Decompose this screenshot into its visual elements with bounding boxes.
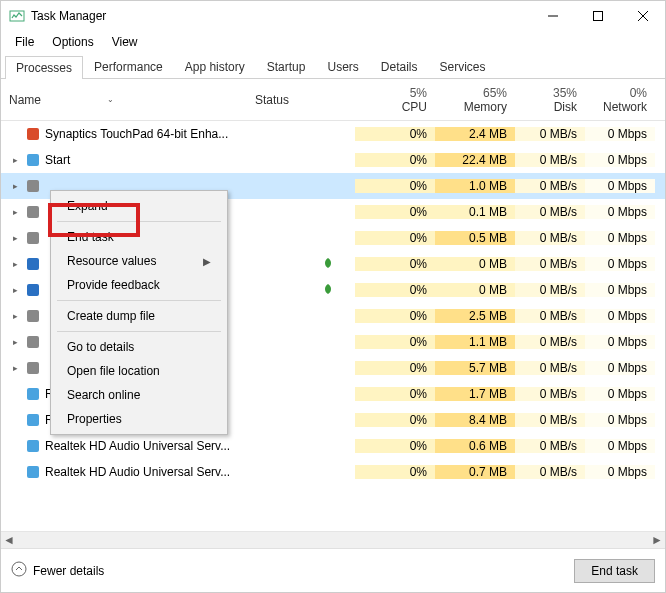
tab-app-history[interactable]: App history <box>174 55 256 78</box>
tab-startup[interactable]: Startup <box>256 55 317 78</box>
col-header-network[interactable]: 0% Network <box>585 82 655 118</box>
tab-details[interactable]: Details <box>370 55 429 78</box>
svg-rect-18 <box>27 466 39 478</box>
cpu-cell: 0% <box>355 335 435 349</box>
svg-rect-7 <box>27 180 39 192</box>
horizontal-scrollbar[interactable]: ◄ ► <box>1 531 665 548</box>
close-button[interactable] <box>620 1 665 31</box>
process-name-cell: ▸Start <box>1 152 247 168</box>
col-header-disk[interactable]: 35% Disk <box>515 82 585 118</box>
ctx-properties[interactable]: Properties <box>53 407 225 431</box>
disk-cell: 0 MB/s <box>515 179 585 193</box>
cpu-cell: 0% <box>355 153 435 167</box>
memory-cell: 0 MB <box>435 283 515 297</box>
end-task-button[interactable]: End task <box>574 559 655 583</box>
disk-cell: 0 MB/s <box>515 465 585 479</box>
ctx-resource-values[interactable]: Resource values▶ <box>53 249 225 273</box>
process-row[interactable]: Realtek HD Audio Universal Serv...0%0.7 … <box>1 459 665 485</box>
fewer-details-label: Fewer details <box>33 564 104 578</box>
minimize-button[interactable] <box>530 1 575 31</box>
svg-rect-14 <box>27 362 39 374</box>
svg-point-19 <box>12 562 26 576</box>
ctx-search-online[interactable]: Search online <box>53 383 225 407</box>
tab-strip: Processes Performance App history Startu… <box>1 53 665 79</box>
ctx-create-dump[interactable]: Create dump file <box>53 304 225 328</box>
network-cell: 0 Mbps <box>585 205 655 219</box>
process-name: Synaptics TouchPad 64-bit Enha... <box>45 127 228 141</box>
menu-options[interactable]: Options <box>44 33 101 51</box>
scroll-left-icon[interactable]: ◄ <box>3 533 15 547</box>
col-header-cpu[interactable]: 5% CPU <box>355 82 435 118</box>
svg-rect-5 <box>27 128 39 140</box>
svg-rect-17 <box>27 440 39 452</box>
tab-performance[interactable]: Performance <box>83 55 174 78</box>
expand-toggle-icon[interactable]: ▸ <box>9 311 21 321</box>
col-header-name[interactable]: Name ⌄ <box>1 89 247 111</box>
cpu-cell: 0% <box>355 179 435 193</box>
memory-cell: 0 MB <box>435 257 515 271</box>
footer-bar: Fewer details End task <box>1 548 665 592</box>
expand-toggle-icon[interactable]: ▸ <box>9 285 21 295</box>
svg-rect-8 <box>27 206 39 218</box>
col-header-memory[interactable]: 65% Memory <box>435 82 515 118</box>
memory-cell: 8.4 MB <box>435 413 515 427</box>
expand-toggle-icon[interactable]: ▸ <box>9 337 21 347</box>
process-row[interactable]: ▸Start0%22.4 MB0 MB/s0 Mbps <box>1 147 665 173</box>
expand-toggle-icon[interactable]: ▸ <box>9 207 21 217</box>
expand-toggle-icon[interactable]: ▸ <box>9 363 21 373</box>
network-cell: 0 Mbps <box>585 387 655 401</box>
cpu-cell: 0% <box>355 387 435 401</box>
process-icon <box>25 360 41 376</box>
status-cell <box>247 283 355 297</box>
app-icon <box>9 8 25 24</box>
memory-cell: 0.1 MB <box>435 205 515 219</box>
tab-users[interactable]: Users <box>316 55 369 78</box>
memory-cell: 1.7 MB <box>435 387 515 401</box>
scroll-right-icon[interactable]: ► <box>651 533 663 547</box>
svg-rect-9 <box>27 232 39 244</box>
ctx-go-to-details[interactable]: Go to details <box>53 335 225 359</box>
expand-toggle-icon[interactable]: ▸ <box>9 259 21 269</box>
process-row[interactable]: Synaptics TouchPad 64-bit Enha...0%2.4 M… <box>1 121 665 147</box>
network-cell: 0 Mbps <box>585 413 655 427</box>
menu-file[interactable]: File <box>7 33 42 51</box>
network-cell: 0 Mbps <box>585 439 655 453</box>
svg-rect-15 <box>27 388 39 400</box>
expand-toggle-icon[interactable]: ▸ <box>9 155 21 165</box>
cpu-cell: 0% <box>355 231 435 245</box>
maximize-button[interactable] <box>575 1 620 31</box>
memory-cell: 2.4 MB <box>435 127 515 141</box>
menu-view[interactable]: View <box>104 33 146 51</box>
disk-cell: 0 MB/s <box>515 387 585 401</box>
process-icon <box>25 334 41 350</box>
process-icon <box>25 464 41 480</box>
process-icon <box>25 126 41 142</box>
ctx-provide-feedback[interactable]: Provide feedback <box>53 273 225 297</box>
cpu-cell: 0% <box>355 205 435 219</box>
disk-cell: 0 MB/s <box>515 153 585 167</box>
memory-label: Memory <box>464 100 507 114</box>
expand-toggle-icon[interactable]: ▸ <box>9 233 21 243</box>
col-header-status[interactable]: Status <box>247 89 355 111</box>
process-name-cell: Realtek HD Audio Universal Serv... <box>1 464 247 480</box>
leaf-icon <box>323 257 331 265</box>
cpu-cell: 0% <box>355 465 435 479</box>
ctx-expand[interactable]: Expand <box>53 194 225 218</box>
expand-toggle-icon[interactable]: ▸ <box>9 181 21 191</box>
process-row[interactable]: Realtek HD Audio Universal Serv...0%0.6 … <box>1 433 665 459</box>
process-icon <box>25 386 41 402</box>
memory-cell: 0.7 MB <box>435 465 515 479</box>
network-cell: 0 Mbps <box>585 127 655 141</box>
network-cell: 0 Mbps <box>585 231 655 245</box>
memory-cell: 0.6 MB <box>435 439 515 453</box>
tab-services[interactable]: Services <box>429 55 497 78</box>
ctx-open-file-location[interactable]: Open file location <box>53 359 225 383</box>
disk-cell: 0 MB/s <box>515 127 585 141</box>
fewer-details-toggle[interactable]: Fewer details <box>11 561 104 580</box>
network-cell: 0 Mbps <box>585 465 655 479</box>
ctx-end-task[interactable]: End task <box>53 225 225 249</box>
ctx-separator <box>57 331 221 332</box>
network-pct: 0% <box>630 86 647 100</box>
disk-cell: 0 MB/s <box>515 335 585 349</box>
tab-processes[interactable]: Processes <box>5 56 83 79</box>
